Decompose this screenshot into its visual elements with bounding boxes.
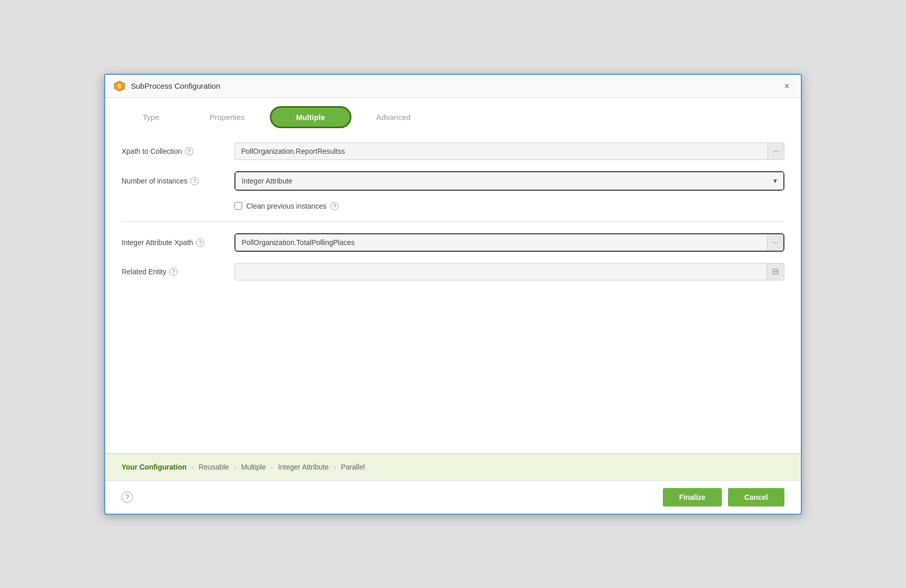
tab-advanced[interactable]: Advanced — [351, 106, 436, 128]
footer-help-icon[interactable]: ? — [122, 492, 133, 503]
clean-help-icon[interactable]: ? — [330, 202, 339, 210]
int-xpath-label: Integer Attribute Xpath ? — [122, 238, 234, 247]
dialog-title: SubProcess Configuration — [131, 82, 781, 90]
related-entity-picker-button[interactable]: ⊟ — [766, 263, 784, 280]
related-entity-help-icon[interactable]: ? — [169, 268, 178, 276]
xpath-input-group: ··· — [234, 143, 784, 160]
footer-buttons: Finalize Cancel — [663, 488, 784, 506]
config-item-3: Parallel — [341, 463, 365, 471]
config-item-2: Integer Attribute — [278, 463, 329, 471]
int-xpath-input-group: ··· — [234, 233, 784, 252]
int-xpath-ellipsis-button[interactable]: ··· — [767, 234, 783, 251]
tab-multiple[interactable]: Multiple — [270, 106, 351, 128]
finalize-button[interactable]: Finalize — [663, 488, 722, 506]
num-instances-row: Number of instances ? Integer Attribute … — [122, 171, 784, 191]
title-bar: S SubProcess Configuration × — [105, 75, 801, 98]
config-item-0: Reusable — [199, 463, 229, 471]
clean-instances-checkbox[interactable] — [234, 202, 242, 210]
app-icon: S — [113, 80, 126, 92]
section-divider — [122, 221, 784, 222]
clean-instances-row: Clean previous instances ? — [122, 202, 784, 210]
num-instances-select[interactable]: Integer Attribute Fixed Number Xpath Exp… — [235, 172, 783, 190]
form-content: Xpath to Collection ? ··· Number of inst… — [105, 128, 801, 453]
tab-type[interactable]: Type — [117, 106, 185, 128]
int-xpath-help-icon[interactable]: ? — [196, 238, 204, 247]
subprocess-config-dialog: S SubProcess Configuration × Type Proper… — [104, 74, 802, 515]
num-instances-select-wrapper: Integer Attribute Fixed Number Xpath Exp… — [234, 171, 784, 191]
xpath-help-icon[interactable]: ? — [185, 147, 193, 155]
config-prefix: Your Configuration — [122, 463, 187, 471]
close-button[interactable]: × — [781, 80, 793, 92]
xpath-row: Xpath to Collection ? ··· — [122, 143, 784, 160]
related-entity-row: Related Entity ? ⊟ — [122, 263, 784, 280]
dialog-footer: ? Finalize Cancel — [105, 480, 801, 514]
config-item-1: Multiple — [241, 463, 266, 471]
int-xpath-input[interactable] — [235, 234, 767, 251]
related-entity-input-group: ⊟ — [234, 263, 784, 280]
tab-bar: Type Properties Multiple Advanced — [105, 98, 801, 128]
xpath-input[interactable] — [235, 143, 767, 159]
related-entity-label: Related Entity ? — [122, 268, 234, 276]
clean-instances-label[interactable]: Clean previous instances — [246, 202, 326, 210]
xpath-label: Xpath to Collection ? — [122, 147, 234, 155]
num-instances-label: Number of instances ? — [122, 177, 234, 185]
tab-properties[interactable]: Properties — [185, 106, 270, 128]
svg-text:S: S — [118, 84, 122, 89]
cancel-button[interactable]: Cancel — [728, 488, 784, 506]
xpath-ellipsis-button[interactable]: ··· — [767, 143, 784, 159]
related-entity-input[interactable] — [235, 263, 766, 280]
num-instances-help-icon[interactable]: ? — [190, 177, 199, 185]
config-summary: Your Configuration · Reusable · Multiple… — [105, 453, 801, 480]
int-xpath-row: Integer Attribute Xpath ? ··· — [122, 233, 784, 252]
